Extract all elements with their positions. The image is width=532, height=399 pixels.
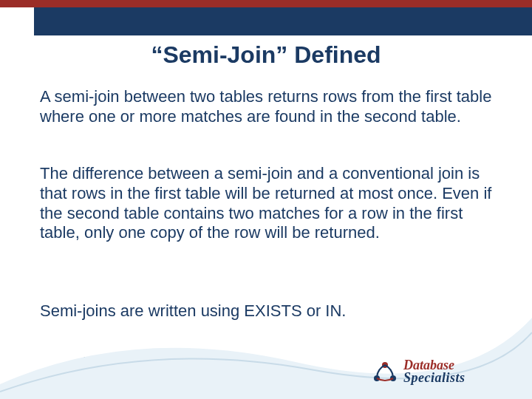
paragraph-3: Semi-joins are written using EXISTS or I… bbox=[40, 301, 502, 321]
slide-title: “Semi-Join” Defined bbox=[0, 41, 532, 69]
paragraph-2: The difference between a semi-join and a… bbox=[40, 164, 502, 243]
top-blue-stripe bbox=[0, 7, 532, 35]
paragraph-1: A semi-join between two tables returns r… bbox=[40, 87, 502, 127]
brand-logo: Database Specialists bbox=[369, 355, 517, 389]
page-number: 0 bbox=[83, 355, 89, 366]
logo-text-line2: Specialists bbox=[403, 372, 466, 384]
top-red-stripe bbox=[0, 0, 532, 7]
logo-mark-icon bbox=[369, 356, 400, 387]
logo-text: Database Specialists bbox=[403, 359, 466, 384]
white-tab-cutout bbox=[0, 7, 34, 35]
